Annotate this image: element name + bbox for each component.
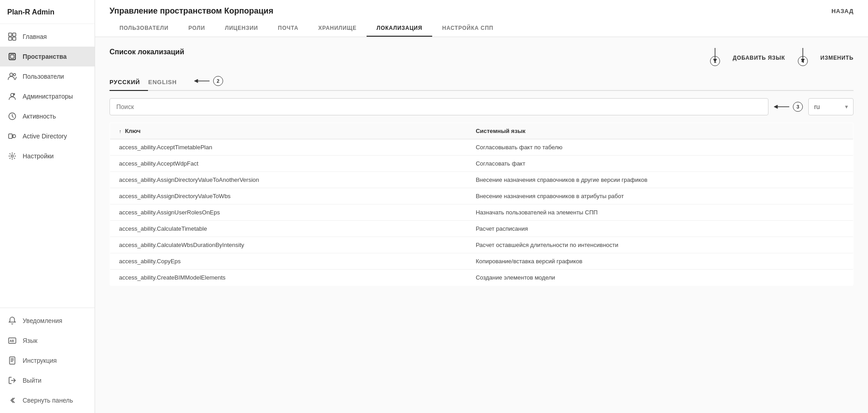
sidebar-item-label: Администраторы <box>23 93 73 100</box>
cell-value: Назначать пользователей на элементы СПП <box>467 204 853 221</box>
sidebar-item-label: Язык <box>23 337 38 344</box>
tab-mail[interactable]: ПОЧТА <box>268 20 308 37</box>
sort-icon: ↑ <box>119 128 122 134</box>
sidebar-item-label: Пользователи <box>23 73 64 80</box>
sidebar-nav: Главная Пространства Пользователи <box>0 24 95 308</box>
add-lang-button[interactable]: ДОБАВИТЬ ЯЗЫК <box>733 55 785 61</box>
cell-value: Согласовывать факт по табелю <box>467 139 853 156</box>
sidebar-item-instruction[interactable]: Инструкция <box>0 351 95 370</box>
sidebar-item-logout[interactable]: Выйти <box>0 370 95 390</box>
tab-storage[interactable]: ХРАНИЛИЩЕ <box>308 20 367 37</box>
cell-value: Копирование/вставка версий графиков <box>467 253 853 270</box>
table-row: access_ability.CopyEps Копирование/встав… <box>110 253 854 270</box>
content-area: Список локализаций 1 <box>95 37 868 413</box>
sidebar-item-activity[interactable]: Активность <box>0 106 95 126</box>
cell-key: access_ability.AssignDirectoryValueToWbs <box>110 188 467 204</box>
lang-tabs: РУССКИЙ ENGLISH 2 <box>110 75 854 91</box>
book-icon <box>7 356 17 366</box>
cell-value: Создание элементов модели <box>467 270 853 286</box>
tab-users[interactable]: ПОЛЬЗОВАТЕЛИ <box>110 20 178 37</box>
table-row: access_ability.CalculateWbsDurationByInt… <box>110 237 854 253</box>
svg-point-11 <box>13 135 16 138</box>
chevron-left-icon <box>7 395 17 405</box>
cell-key: access_ability.CopyEps <box>110 253 467 270</box>
col-key[interactable]: ↑ Ключ <box>110 123 467 139</box>
tab-localization[interactable]: ЛОКАЛИЗАЦИЯ <box>367 20 432 37</box>
cell-value: Расчет расписания <box>467 221 853 237</box>
lang-select-wrapper: ru en ▼ <box>808 98 854 115</box>
col-system-lang: Системный язык <box>467 123 853 139</box>
cell-key: access_ability.AssignDirectoryValueToAno… <box>110 172 467 188</box>
header-top: Управление пространством Корпорация НАЗА… <box>110 6 854 16</box>
sidebar-item-language[interactable]: AB Язык <box>0 331 95 351</box>
tab-roles[interactable]: РОЛИ <box>178 20 215 37</box>
page-title: Управление пространством Корпорация <box>110 6 273 16</box>
sidebar-item-settings[interactable]: Настройки <box>0 146 95 166</box>
svg-rect-2 <box>9 37 12 40</box>
lang-tab-en[interactable]: ENGLISH <box>148 75 185 91</box>
cell-value: Расчет оставшейся длительности по интенс… <box>467 237 853 253</box>
table-row: access_ability.CalculateTimetable Расчет… <box>110 221 854 237</box>
main-content: Управление пространством Корпорация НАЗА… <box>95 0 868 413</box>
admin-icon <box>7 91 17 101</box>
tab-spp[interactable]: НАСТРОЙКА СПП <box>432 20 503 37</box>
svg-rect-15 <box>10 357 15 364</box>
sidebar-item-active-directory[interactable]: Active Directory <box>0 126 95 146</box>
users-icon <box>7 71 17 81</box>
lang-tab-ru[interactable]: РУССКИЙ <box>110 75 148 91</box>
sidebar-item-label: Уведомления <box>23 317 62 324</box>
cell-key: access_ability.CalculateTimetable <box>110 221 467 237</box>
content-actions: 1 ДОБАВИТЬ ЯЗЫК <box>710 48 854 68</box>
svg-rect-5 <box>10 55 14 58</box>
sidebar-item-admins[interactable]: Администраторы <box>0 86 95 106</box>
tab-licenses[interactable]: ЛИЦЕНЗИИ <box>215 20 268 37</box>
svg-rect-4 <box>9 53 15 60</box>
search-input[interactable] <box>110 98 768 115</box>
sidebar-item-notifications[interactable]: Уведомления <box>0 311 95 331</box>
sidebar-item-label: Active Directory <box>23 133 67 140</box>
cell-key: access_ability.CalculateWbsDurationByInt… <box>110 237 467 253</box>
edit-button[interactable]: ИЗМЕНИТЬ <box>820 55 854 61</box>
table-row: access_ability.AssignDirectoryValueToAno… <box>110 172 854 188</box>
sidebar: Plan-R Admin Главная Пространства <box>0 0 95 413</box>
main-header: Управление пространством Корпорация НАЗА… <box>95 0 868 37</box>
table-row: access_ability.AssignUserRolesOnEps Назн… <box>110 204 854 221</box>
back-button[interactable]: НАЗАД <box>831 8 854 14</box>
svg-point-7 <box>14 74 16 76</box>
table-row: access_ability.CreateBIMModelElements Со… <box>110 270 854 286</box>
tabs: ПОЛЬЗОВАТЕЛИ РОЛИ ЛИЦЕНЗИИ ПОЧТА ХРАНИЛИ… <box>110 20 854 37</box>
logout-icon <box>7 375 17 385</box>
cube-icon <box>7 52 17 62</box>
sidebar-item-label: Активность <box>23 113 56 120</box>
content-header: Список локализаций 1 <box>110 48 854 68</box>
cell-key: access_ability.AssignUserRolesOnEps <box>110 204 467 221</box>
bell-icon <box>7 316 17 326</box>
app-title: Plan-R Admin <box>0 0 95 24</box>
clock-icon <box>7 111 17 121</box>
sidebar-item-users[interactable]: Пользователи <box>0 66 95 86</box>
svg-rect-0 <box>9 33 12 36</box>
lang-select[interactable]: ru en <box>808 98 854 115</box>
sidebar-bottom: Уведомления AB Язык Инструкция <box>0 308 95 413</box>
cell-key: access_ability.AcceptTimetablePlan <box>110 139 467 156</box>
annotation-3: 3 <box>793 102 803 112</box>
svg-point-6 <box>10 73 13 76</box>
annotation-2: 2 <box>213 76 223 86</box>
svg-rect-1 <box>13 33 16 36</box>
cell-key: access_ability.CreateBIMModelElements <box>110 270 467 286</box>
svg-text:AB: AB <box>10 339 14 342</box>
sidebar-item-spaces[interactable]: Пространства <box>0 47 95 66</box>
svg-rect-10 <box>9 134 12 138</box>
table-row: access_ability.AssignDirectoryValueToWbs… <box>110 188 854 204</box>
grid-icon <box>7 32 17 42</box>
table-row: access_ability.AcceptTimetablePlan Согла… <box>110 139 854 156</box>
cell-value: Внесение назначения справочников в други… <box>467 172 853 188</box>
localization-table: ↑ Ключ Системный язык access_ability.Acc… <box>110 123 854 286</box>
table-row: access_ability.AcceptWdpFact Согласовать… <box>110 156 854 172</box>
gear-icon <box>7 151 17 161</box>
sidebar-item-collapse[interactable]: Свернуть панель <box>0 390 95 410</box>
sidebar-item-label: Главная <box>23 33 47 40</box>
lang-icon: AB <box>7 336 17 346</box>
sidebar-item-home[interactable]: Главная <box>0 27 95 47</box>
sidebar-item-label: Выйти <box>23 377 41 384</box>
